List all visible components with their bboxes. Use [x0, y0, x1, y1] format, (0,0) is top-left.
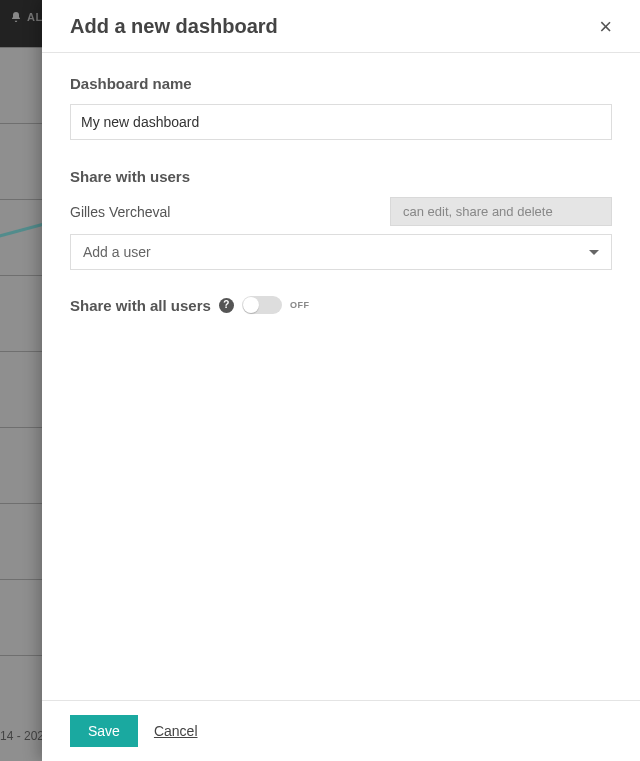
background-header-strip	[0, 0, 42, 47]
share-users-label: Share with users	[70, 168, 612, 185]
shared-user-row: Gilles Vercheval can edit, share and del…	[70, 197, 612, 226]
dashboard-name-label: Dashboard name	[70, 75, 612, 92]
alerts-indicator: AL	[10, 11, 43, 23]
share-all-toggle[interactable]	[242, 296, 282, 314]
panel-header: Add a new dashboard ×	[42, 0, 640, 53]
background-date-fragment: 14 - 202	[0, 729, 44, 743]
toggle-knob	[243, 297, 259, 313]
help-icon[interactable]: ?	[219, 298, 234, 313]
panel-footer: Save Cancel	[42, 700, 640, 761]
shared-user-permission[interactable]: can edit, share and delete	[390, 197, 612, 226]
dashboard-name-input[interactable]	[70, 104, 612, 140]
shared-user-name: Gilles Vercheval	[70, 204, 170, 220]
share-all-label: Share with all users	[70, 297, 211, 314]
add-user-dropdown[interactable]: Add a user	[70, 234, 612, 270]
toggle-state-text: OFF	[290, 300, 310, 310]
add-user-placeholder: Add a user	[83, 244, 151, 260]
panel-body: Dashboard name Share with users Gilles V…	[42, 53, 640, 700]
alerts-label: AL	[27, 11, 43, 23]
cancel-button[interactable]: Cancel	[154, 723, 198, 739]
save-button[interactable]: Save	[70, 715, 138, 747]
add-dashboard-panel: Add a new dashboard × Dashboard name Sha…	[42, 0, 640, 761]
close-icon[interactable]: ×	[599, 16, 612, 38]
share-all-row: Share with all users ? OFF	[70, 296, 612, 314]
bell-icon	[10, 11, 22, 23]
chevron-down-icon	[589, 250, 599, 255]
panel-title: Add a new dashboard	[70, 15, 278, 38]
background-gridlines	[0, 47, 42, 761]
